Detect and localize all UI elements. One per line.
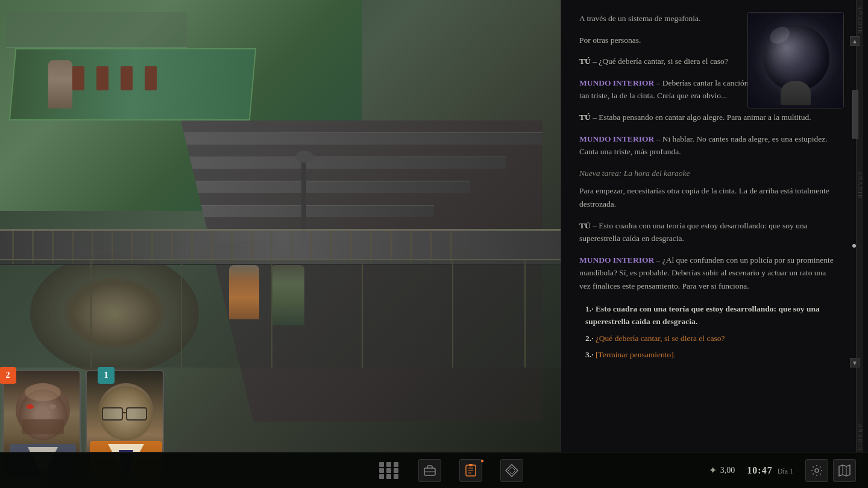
scroll-up-arrow[interactable]: ▲ <box>850 36 860 46</box>
bar-stool <box>121 66 133 90</box>
orb-figure <box>781 81 811 105</box>
map-button[interactable] <box>833 459 856 482</box>
day-display: Día 1 <box>778 467 793 475</box>
grid-dot <box>379 462 384 467</box>
speaker-tu-1: TÚ <box>579 57 591 66</box>
speaker-mundo-1: MUNDO INTERIOR <box>579 78 654 87</box>
dialog-tu-text-1: – ¿Qué debería cantar, si se diera el ca… <box>593 57 728 66</box>
portrait-badge-1: 2 <box>0 367 16 384</box>
glass-divider <box>452 260 453 368</box>
svg-marker-8 <box>508 467 515 474</box>
glass-divider <box>362 260 363 368</box>
inventory-icon[interactable] <box>379 460 400 481</box>
settings-icon <box>811 465 823 477</box>
currency-amount: 3,00 <box>720 466 735 475</box>
scrollbar-label-top: AÑADIR <box>857 6 863 34</box>
dialog-entry-5: TÚ – Estaba pensando en cantar algo aleg… <box>579 111 838 124</box>
glass-divider <box>90 260 92 368</box>
stair-step <box>181 205 434 217</box>
choice-1-number: 1.· <box>585 304 594 313</box>
bar-stool <box>96 66 108 90</box>
choice-3[interactable]: 3.· [Terminar pensamiento]. <box>579 348 838 361</box>
task-entry: Nueva tarea: La hora del karaoke <box>579 167 838 180</box>
portrait-badge-2: 1 <box>98 367 115 384</box>
currency-display: ✦ 3,00 <box>709 465 735 476</box>
glass-divider <box>271 260 272 368</box>
choice-2-number: 2.· <box>585 334 594 343</box>
scrollbar-label-middle: AÑADIR <box>857 171 863 199</box>
stair-step <box>181 133 542 145</box>
svg-point-9 <box>815 469 819 472</box>
scrollbar-dot <box>852 244 856 248</box>
scrollbar-track[interactable]: ▲ AÑADIR AÑADIR ▼ AÑADIR <box>856 0 863 488</box>
dialog-narrator-text-2: Por otras personas. <box>579 36 641 45</box>
currency-icon: ✦ <box>709 465 717 476</box>
map-icon <box>838 465 851 477</box>
time-display: 10:47 <box>747 465 772 475</box>
hud-action-icons <box>805 459 856 482</box>
grid-dot <box>394 462 398 467</box>
hud-center <box>379 459 523 482</box>
scrollbar-thumb[interactable] <box>852 90 858 139</box>
glass-panels <box>0 259 561 368</box>
bar-counter <box>9 48 256 120</box>
grid-dot <box>386 462 391 467</box>
skills-icon <box>505 463 519 478</box>
grid-dot <box>379 474 384 479</box>
svg-marker-10 <box>839 465 850 476</box>
speaker-tu-2: TÚ <box>579 113 591 122</box>
bar-stool <box>72 66 84 90</box>
stair-step <box>181 157 506 169</box>
speaker-mundo-2: MUNDO INTERIOR <box>579 134 654 143</box>
dialog-tu-text-2: – Estaba pensando en cantar algo alegre.… <box>593 113 811 122</box>
svg-rect-6 <box>469 464 473 466</box>
glass-divider <box>181 260 182 368</box>
dialog-entry-9[interactable]: MUNDO INTERIOR – ¿Al que confunden con u… <box>579 254 838 293</box>
dialog-portrait <box>747 12 844 108</box>
dialog-tu-text-3: – Esto cuadra con una teoría que estoy d… <box>579 221 808 243</box>
grid-icon-visual <box>379 462 400 479</box>
journal-button[interactable] <box>459 459 482 482</box>
grid-dot <box>386 474 391 479</box>
lamp-head <box>295 151 313 163</box>
dialog-portrait-img <box>748 13 843 108</box>
journal-icon <box>465 464 477 477</box>
svg-marker-7 <box>506 465 518 477</box>
choice-2-text[interactable]: ¿Qué debería cantar, si se diera el caso… <box>596 334 725 343</box>
speaker-mundo-3: MUNDO INTERIOR <box>579 255 654 264</box>
grid-dot <box>394 468 398 473</box>
character-bartender[interactable] <box>48 60 72 108</box>
choices-container: 1.· Esto cuadra con una teoría que estoy… <box>579 302 838 361</box>
bar-stool <box>145 66 157 90</box>
game-world: 2 1 <box>0 0 561 488</box>
choice-3-number: 3.· <box>585 350 594 359</box>
choice-1-text[interactable]: Esto cuadra con una teoría que estoy des… <box>585 304 820 327</box>
hud-bottom: ✦ 3,00 10:47 Día 1 <box>0 452 868 488</box>
grid-dot <box>386 468 391 473</box>
dialog-entry-8: TÚ – Esto cuadra con una teoría que esto… <box>579 219 838 245</box>
speaker-tu-3: TÚ <box>579 221 591 230</box>
grid-dot <box>394 474 398 479</box>
dialog-entry-7: Para empezar, necesitarías otra copia de… <box>579 184 838 210</box>
scroll-down-arrow[interactable]: ▼ <box>850 358 860 368</box>
choice-2[interactable]: 2.· ¿Qué debería cantar, si se diera el … <box>579 332 838 345</box>
bar-shelf <box>6 12 187 48</box>
scrollbar-label-bottom: AÑADIR <box>857 424 863 452</box>
glass-divider <box>524 260 526 368</box>
skills-button[interactable] <box>500 459 523 482</box>
hud-right: ✦ 3,00 10:47 Día 1 <box>709 459 856 482</box>
dialog-entry-6[interactable]: MUNDO INTERIOR – Ni hablar. No cantes na… <box>579 133 838 158</box>
briefcase-icon <box>423 465 436 476</box>
missions-button[interactable] <box>418 459 441 482</box>
settings-button[interactable] <box>805 459 828 482</box>
choice-3-text[interactable]: [Terminar pensamiento]. <box>596 350 676 359</box>
dialog-narrator-text-3: Para empezar, necesitarías otra copia de… <box>579 186 829 208</box>
choice-1[interactable]: 1.· Esto cuadra con una teoría que estoy… <box>579 302 838 328</box>
task-text: Nueva tarea: La hora del karaoke <box>579 169 690 178</box>
dialog-panel: A través de un sistema de megafonía. Por… <box>561 0 868 488</box>
time-container: 10:47 Día 1 <box>747 465 793 476</box>
stair-step <box>181 181 470 193</box>
grid-dot <box>379 468 384 473</box>
dialog-narrator-text-1: A través de un sistema de megafonía. <box>579 14 700 23</box>
